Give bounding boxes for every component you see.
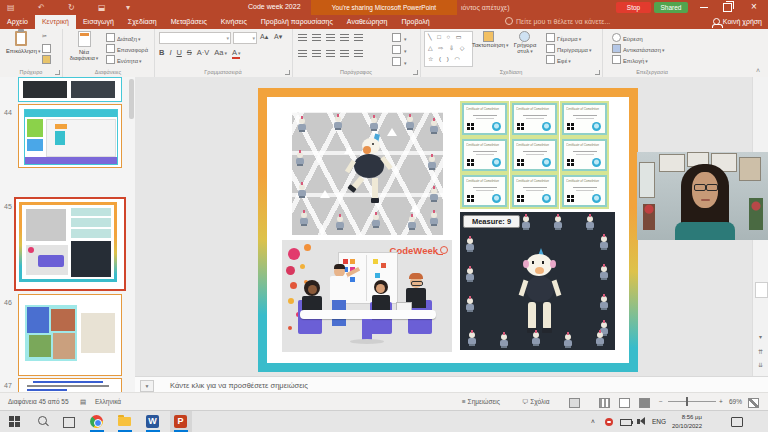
numbering-icon[interactable] [312,34,321,42]
shape-fill-button[interactable]: Γέμισμα [546,33,581,42]
paragraph-dialog-launcher[interactable] [413,70,418,75]
taskbar-powerpoint-active[interactable]: P [170,411,192,432]
scroll-down-icon[interactable]: ▾ [755,332,766,342]
character-spacing-button[interactable]: A·V [197,48,210,57]
thumbnail-slide-45-selected[interactable] [14,197,126,291]
zoom-slider-thumb[interactable] [686,397,688,406]
notes-splitter-icon[interactable]: ▼ [140,380,154,392]
thumbnail-slide-46[interactable] [18,294,122,376]
section-button[interactable]: Ενότητα [106,55,142,64]
honeycomb-unicorn-image[interactable] [292,112,443,235]
tab-Σχεδίαση[interactable]: Σχεδίαση [121,15,164,29]
grow-font-button[interactable]: A▴ [260,33,268,41]
bold-button[interactable]: B [159,48,164,57]
increase-indent-icon[interactable] [340,34,349,42]
paste-button[interactable]: Επικόλληση [6,31,36,54]
reset-button[interactable]: Επαναφορά [106,44,148,53]
tab-Προβολή παρουσίασης[interactable]: Προβολή παρουσίασης [254,15,340,29]
language-switch[interactable]: ENG [650,411,668,432]
italic-button[interactable]: I [169,48,171,57]
notes-placeholder[interactable]: Κάντε κλικ για να προσθέσετε σημειώσεις [170,381,308,390]
font-color-button[interactable]: A [232,48,241,59]
tab-Αναθεώρηση[interactable]: Αναθεώρηση [340,15,395,29]
new-slide-button[interactable]: Νέα διαφάνεια [66,31,102,61]
replace-button[interactable]: Αντικατάσταση [612,44,664,53]
slideshow-button[interactable] [639,398,650,408]
layout-button[interactable]: Διάταξη [106,33,140,42]
zoom-slider[interactable] [668,401,716,402]
next-slide-button[interactable]: ⇊ [755,360,766,370]
qat-dropdown-icon[interactable]: ▾ [126,3,130,12]
find-button[interactable]: Εύρεση [612,33,643,42]
tab-Εισαγωγή[interactable]: Εισαγωγή [76,15,121,29]
clipboard-dialog-launcher[interactable] [55,70,60,75]
tab-Κεντρική[interactable]: Κεντρική [35,15,76,29]
tab-Προβολή[interactable]: Προβολή [395,15,437,29]
align-center-icon[interactable] [312,50,321,58]
tray-recording-icon[interactable] [605,418,613,426]
tray-expand-icon[interactable]: ˄ [586,411,600,432]
close-button[interactable]: × [751,1,757,12]
strikethrough-button[interactable]: S [187,48,192,57]
undo-icon[interactable]: ↶ [38,3,45,12]
stop-sharing-button[interactable]: Stop [616,2,651,13]
scratch-stage-image[interactable]: Measure: 9 [460,212,615,350]
action-center-icon[interactable] [731,417,743,427]
align-right-icon[interactable] [326,50,335,58]
text-direction-button[interactable] [392,33,407,42]
minimize-button[interactable] [700,7,708,8]
normal-view-button[interactable] [569,398,580,408]
arrange-button[interactable]: Τακτοποίηση [472,31,506,48]
slideshow-icon[interactable]: ⬓ [98,3,106,12]
notes-toggle[interactable]: ≡ Σημειώσεις [462,393,500,411]
smartart-button[interactable] [392,57,407,66]
align-text-button[interactable] [392,45,407,54]
shape-outline-button[interactable]: Περίγραμμα [546,44,591,53]
font-name-box[interactable]: ▾ [159,32,231,44]
tab-Μεταβάσεις[interactable]: Μεταβάσεις [164,15,214,29]
font-dialog-launcher[interactable] [285,70,290,75]
collapse-ribbon-icon[interactable]: ˄ [756,67,760,74]
certificates-grid-image[interactable]: Certificate of CompletionCertificate of … [462,103,608,210]
taskbar-word[interactable]: W [142,411,164,432]
taskbar-chrome[interactable] [86,411,108,432]
shapes-gallery[interactable]: ╲ □ ○ ▭ △ ⇨ ⇩ ◇ ☆ ( ) ◠ [424,31,473,67]
tab-Αρχείο[interactable]: Αρχείο [0,15,35,29]
decrease-indent-icon[interactable] [326,34,335,42]
select-button[interactable]: Επιλογή [612,55,648,64]
tab-Κινήσεις[interactable]: Κινήσεις [214,15,254,29]
thumbnail-slide-47[interactable] [18,378,122,393]
redo-icon[interactable]: ↻ [68,3,75,12]
justify-icon[interactable] [340,50,349,58]
fit-to-window-button[interactable] [748,398,759,408]
font-size-box[interactable]: ▾ [233,32,257,44]
thumbnail-slide-43[interactable] [18,77,122,102]
shared-button[interactable]: Shared [654,2,688,13]
quick-styles-button[interactable]: Γρήγορα στυλ [508,31,542,54]
tell-me-box[interactable]: Πείτε μου τι θέλετε να κάνετε... [505,15,610,29]
scrollbar-thumb[interactable] [755,282,768,298]
thumbnail-slide-44[interactable] [18,104,122,168]
format-painter-button[interactable] [42,55,53,64]
zoom-level[interactable]: 69% [729,393,742,411]
previous-slide-button[interactable]: ⇈ [755,347,766,357]
zoom-in-button[interactable]: + [719,393,723,411]
restore-button[interactable] [723,3,732,12]
clock[interactable]: 8:56 μμ 20/10/2022 [668,413,702,430]
slide-sorter-view-button[interactable] [599,398,610,408]
taskbar-search-button[interactable] [32,411,54,432]
comments-toggle[interactable]: 🗩 Σχόλια [522,393,550,411]
zoom-out-button[interactable]: − [659,393,663,411]
align-left-icon[interactable] [298,50,307,58]
reading-view-button[interactable] [619,398,630,408]
save-icon[interactable]: ▤ [7,3,15,12]
thumbnail-scrollbar[interactable] [129,79,134,119]
line-spacing-icon[interactable] [354,34,363,42]
cut-button[interactable]: ✂ [42,33,47,39]
change-case-button[interactable]: Aa [214,48,227,57]
columns-icon[interactable] [354,50,363,58]
battery-icon[interactable] [620,419,632,426]
shape-effects-button[interactable]: Εφέ [546,55,571,64]
share-button[interactable]: Κοινή χρήση [713,15,762,29]
underline-button[interactable]: U [176,48,181,57]
